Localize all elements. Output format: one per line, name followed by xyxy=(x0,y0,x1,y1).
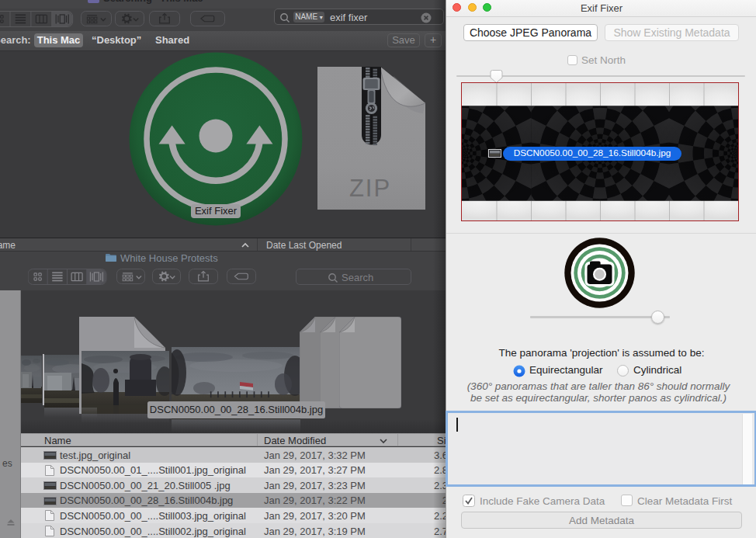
svg-text:ZIP: ZIP xyxy=(349,175,391,202)
